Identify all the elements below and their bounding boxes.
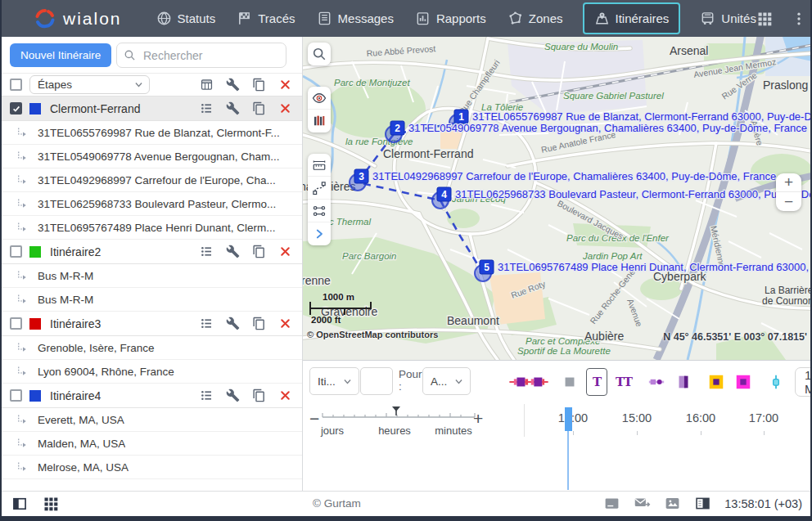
track-preview-icon[interactable] [504,368,553,396]
bottom-grid-icon[interactable] [43,496,59,512]
route-stop-row[interactable]: Melrose, MA, USA [2,456,302,479]
apps-grid-icon[interactable] [756,11,773,27]
nav-item-messages[interactable]: Messages [317,11,394,26]
map-place-label: La Barrière [765,285,812,296]
timeline-zoom-out[interactable]: − [309,411,319,426]
timeline-value-input[interactable] [360,367,393,395]
marker-line-icon[interactable] [646,368,667,396]
timeline-scale-slider[interactable] [321,406,476,424]
map-search-button[interactable] [308,43,331,65]
copy-icon[interactable] [252,389,266,402]
split-view-icon[interactable] [694,495,711,512]
kebab-menu-icon[interactable] [791,11,807,27]
slider-thumb[interactable] [392,406,400,415]
route-color-swatch [29,318,41,330]
nav-item-statuts[interactable]: Statuts [156,11,216,26]
steps-filter-select[interactable]: Étapes [29,75,150,94]
delete-icon[interactable] [278,245,292,258]
map-tools-expand-chevron[interactable] [308,222,331,245]
route-stop-row[interactable]: Everett, MA, USA [2,408,302,432]
column-icon[interactable] [673,368,694,396]
cyan-pin-icon[interactable] [765,368,787,396]
magenta-square-icon[interactable] [733,368,754,396]
search-input[interactable] [142,48,279,63]
map-place-label: Square Gabriel Pasturel [563,91,664,101]
route-stop-row[interactable]: Lyon 69004, Rhône, France [2,360,302,384]
nav-item-itinéraires[interactable]: Itinéraires [583,2,681,34]
copy-icon[interactable] [252,245,266,258]
nav-item-tracés[interactable]: Tracés [237,11,295,26]
message-icon [317,11,332,26]
map-layers-button[interactable] [308,110,331,132]
select-all-checkbox[interactable] [10,79,22,91]
nav-item-rapports[interactable]: Rapports [415,11,486,26]
delete-icon[interactable] [278,78,292,92]
yellow-square-icon[interactable] [706,368,727,396]
route-row-2[interactable]: Itinéraire2 [2,240,302,264]
marker-address-label: 31TEL0492968997 Carrefour de l'Europe, C… [372,170,776,182]
stop-label: 31TEL0549069778 Avenue Bergougnan, Cham.… [38,150,279,163]
map-route-tool-button[interactable] [308,177,331,200]
map-place-label: Parc de Montjuzet [334,78,410,88]
double-text-labels-button[interactable]: TT [613,368,634,396]
list-icon[interactable] [200,317,214,330]
mail-notifications-icon[interactable] [634,495,651,512]
map-place-label: Sportif de La Mourette [517,346,611,356]
wrench-icon[interactable] [226,78,240,92]
wrench-icon[interactable] [226,245,240,258]
list-icon[interactable] [200,245,214,258]
list-icon[interactable] [200,389,214,402]
wrench-icon[interactable] [226,317,240,330]
text-labels-button[interactable]: T [586,368,607,396]
nav-item-zones[interactable]: Zones [508,11,563,26]
gray-square-icon[interactable] [559,368,580,396]
route-checkbox[interactable] [10,389,22,402]
duration-button[interactable]: 17 M [795,367,812,397]
route-stop-row[interactable]: 31TEL0492968997 Carrefour de l'Europe, C… [2,168,302,192]
image-icon[interactable] [664,495,681,512]
map-ruler-button[interactable] [308,154,331,177]
route-stop-row[interactable]: Grenoble, Isère, France [2,336,302,360]
wrench-icon[interactable] [226,389,240,402]
route-stop-row[interactable]: Bus M-R-M [2,288,302,312]
route-stop-row[interactable]: 31TEL0549069778 Avenue Bergougnan, Cham.… [2,145,302,168]
map-visibility-button[interactable] [308,87,331,110]
timeline-zoom-in[interactable]: + [473,411,483,426]
panel-toggle-icon[interactable] [11,496,28,512]
timeline-route-select[interactable]: Iti... [309,367,359,395]
indent-arrow-icon [16,127,28,139]
main-content: Square du MoulinParc de MontjuzetSquare … [303,37,812,491]
route-row-4[interactable]: Itinéraire4 [2,384,302,408]
route-stop-row[interactable]: Malden, MA, USA [2,432,302,456]
route-stop-row[interactable]: 31TEL0695767489 Place Henri Dunant, Cler… [2,216,302,240]
delete-icon[interactable] [278,389,292,402]
timeline-axis-select[interactable]: A... [422,367,471,395]
route-checkbox[interactable] [10,317,22,330]
route-stop-row[interactable]: 31TEL0625968733 Boulevard Pasteur, Clerm… [2,192,302,216]
map-nodes-button[interactable] [308,200,331,222]
copy-icon[interactable] [252,101,266,115]
timeline-divider [524,404,525,437]
nav-item-label: Messages [338,11,394,25]
route-checkbox[interactable] [10,245,22,258]
zoom-in-button[interactable]: + [776,173,801,192]
wrench-icon[interactable] [226,101,240,115]
delete-icon[interactable] [278,317,292,330]
map-canvas[interactable]: Square du MoulinParc de MontjuzetSquare … [303,37,812,360]
new-route-button[interactable]: Nouvel Itinéraire [10,43,111,67]
list-icon[interactable] [200,101,214,115]
timeline-cursor-handle[interactable] [565,407,572,431]
zoom-out-button[interactable]: − [776,192,801,211]
route-stop-row[interactable]: Bus M-R-M [2,264,302,288]
route-row-1[interactable]: Clermont-Ferrand [2,97,302,121]
scale-imperial-label: 2000 ft [311,315,372,325]
route-row-3[interactable]: Itinéraire3 [2,312,302,336]
console-icon[interactable] [603,495,620,512]
copy-icon[interactable] [252,317,266,330]
copy-icon[interactable] [252,78,266,92]
table-icon[interactable] [200,78,214,92]
nav-item-unités[interactable]: Unités [700,11,756,26]
route-stop-row[interactable]: 31TEL0655769987 Rue de Blanzat, Clermont… [2,121,302,145]
route-checkbox[interactable] [10,102,22,115]
delete-icon[interactable] [278,101,292,115]
